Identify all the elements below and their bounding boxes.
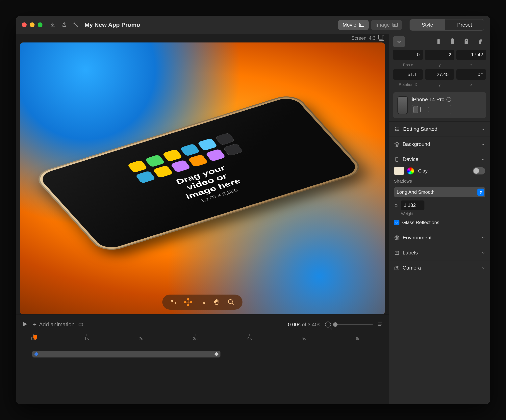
output-mode-toggle: Movie Image	[338, 20, 402, 30]
rot-z-field[interactable]: 0°	[456, 69, 486, 80]
movie-icon	[359, 23, 364, 27]
text-icon	[394, 250, 400, 256]
animation-track[interactable]	[21, 349, 383, 361]
weight-field[interactable]: 1.182	[401, 200, 425, 210]
info-icon[interactable]: i	[446, 97, 451, 102]
svg-point-6	[395, 130, 396, 131]
svg-point-4	[395, 127, 396, 128]
image-mode-button[interactable]: Image	[371, 20, 402, 30]
section-getting-started[interactable]: Getting Started	[389, 122, 490, 137]
maximize-window-button[interactable]	[38, 22, 42, 27]
landscape-button[interactable]	[420, 107, 429, 112]
close-window-button[interactable]	[22, 22, 27, 27]
svg-rect-8	[395, 205, 397, 207]
select-arrows-icon	[477, 189, 484, 196]
clay-label: Clay	[418, 168, 428, 174]
pan-tool-icon[interactable]	[212, 298, 221, 307]
pos-z-field[interactable]: 17.42	[456, 50, 486, 60]
timeline-zoom	[325, 321, 373, 327]
zoom-icon[interactable]	[325, 321, 331, 327]
fit-icon[interactable]	[169, 298, 178, 307]
rot-x-field[interactable]: 51.1°	[393, 69, 423, 80]
play-button[interactable]	[21, 321, 28, 328]
device-thumbnail	[398, 96, 408, 114]
svg-point-5	[395, 129, 396, 130]
canvas-toolbar	[162, 294, 242, 310]
add-animation-button[interactable]: + Add animation	[33, 321, 83, 328]
device-shape-row	[389, 34, 490, 50]
timeline-list-icon[interactable]	[377, 321, 383, 328]
shadows-label: Shadows	[394, 179, 485, 184]
titlebar: My New App Promo Movie Image Style Prese…	[16, 16, 490, 34]
camera-icon	[394, 265, 400, 271]
shadows-select[interactable]: Long And Smooth	[394, 187, 485, 197]
device-name-label: iPhone 14 Pro	[412, 96, 445, 103]
pos-x-field[interactable]: 0	[393, 50, 423, 60]
lock-icon[interactable]	[394, 203, 398, 207]
image-icon	[393, 23, 398, 27]
image-mode-label: Image	[375, 22, 390, 28]
shape-phone-icon[interactable]	[433, 36, 445, 47]
chevron-down-icon	[481, 127, 485, 131]
movie-mode-button[interactable]: Movie	[338, 20, 368, 30]
device-mockup[interactable]: Drag your video or image here 1,179 × 2,…	[32, 92, 366, 254]
expand-icon[interactable]	[72, 21, 80, 29]
canvas-background: Drag your video or image here 1,179 × 2,…	[20, 42, 385, 314]
clay-toggle[interactable]	[473, 167, 485, 174]
keyframe-end[interactable]	[214, 352, 219, 356]
canvas[interactable]: Drag your video or image here 1,179 × 2,…	[20, 42, 385, 314]
pos-y-field[interactable]: -2	[425, 50, 455, 60]
svg-point-12	[396, 267, 398, 269]
timeline: + Add animation 0.00s of 3.40s	[16, 314, 389, 388]
orientation-toggle	[412, 105, 451, 114]
chevron-up-icon	[481, 157, 485, 162]
layers-icon	[394, 141, 400, 147]
shape-skew-icon[interactable]	[474, 36, 486, 47]
color-picker-icon[interactable]	[407, 167, 414, 174]
device-screen[interactable]: Drag your video or image here 1,179 × 2,…	[37, 95, 361, 251]
share-icon[interactable]	[60, 21, 68, 29]
svg-point-3	[466, 40, 467, 41]
chevron-down-icon	[481, 251, 485, 255]
add-animation-label: Add animation	[39, 321, 75, 328]
app-window: My New App Promo Movie Image Style Prese…	[16, 16, 490, 404]
plus-icon: +	[33, 321, 37, 328]
timeline-ruler[interactable]: 0s 1s 2s 3s 4s 5s 6s	[21, 336, 383, 346]
section-device[interactable]: Device	[389, 152, 490, 167]
rotation-fields: 51.1° -27.45° 0°	[389, 69, 490, 82]
collapse-icon[interactable]	[393, 36, 405, 47]
canvas-header: Screen 4:3	[16, 34, 389, 42]
tab-style[interactable]: Style	[410, 20, 445, 30]
zoom-tool-icon[interactable]	[226, 298, 235, 307]
tab-preset[interactable]: Preset	[445, 20, 484, 30]
minimize-window-button[interactable]	[30, 22, 34, 27]
glass-reflections-checkbox[interactable]: Glass Reflections	[394, 220, 485, 225]
keyframe-start[interactable]	[34, 352, 39, 356]
svg-point-0	[228, 300, 232, 303]
animation-clip[interactable]	[32, 351, 220, 358]
move-tool[interactable]	[184, 298, 193, 307]
rotate-icon[interactable]	[198, 298, 207, 307]
section-environment[interactable]: Environment	[389, 230, 490, 245]
section-camera[interactable]: Camera	[389, 260, 490, 275]
phone-icon	[394, 156, 400, 162]
download-icon[interactable]	[49, 21, 57, 29]
svg-rect-7	[396, 157, 398, 161]
shape-rounded-icon[interactable]	[446, 36, 458, 47]
position-fields: 0 -2 17.42	[389, 50, 490, 62]
section-background[interactable]: Background	[389, 137, 490, 152]
shape-camera-icon[interactable]	[460, 36, 472, 47]
svg-rect-2	[437, 39, 439, 44]
copy-aspect-icon[interactable]	[379, 35, 384, 41]
chevron-down-icon	[481, 266, 485, 270]
rot-y-field[interactable]: -27.45°	[425, 69, 455, 80]
zoom-slider[interactable]	[333, 324, 373, 325]
weight-label: Weight	[401, 212, 485, 216]
device-color-swatch[interactable]	[394, 167, 404, 175]
device-card[interactable]: iPhone 14 Pro i	[393, 92, 486, 118]
section-labels[interactable]: Labels	[389, 245, 490, 260]
animation-chip-icon	[78, 322, 83, 327]
inspector-tabs: Style Preset	[410, 19, 484, 31]
portrait-button[interactable]	[413, 106, 418, 113]
aspect-ratio[interactable]: 4:3	[369, 35, 375, 41]
